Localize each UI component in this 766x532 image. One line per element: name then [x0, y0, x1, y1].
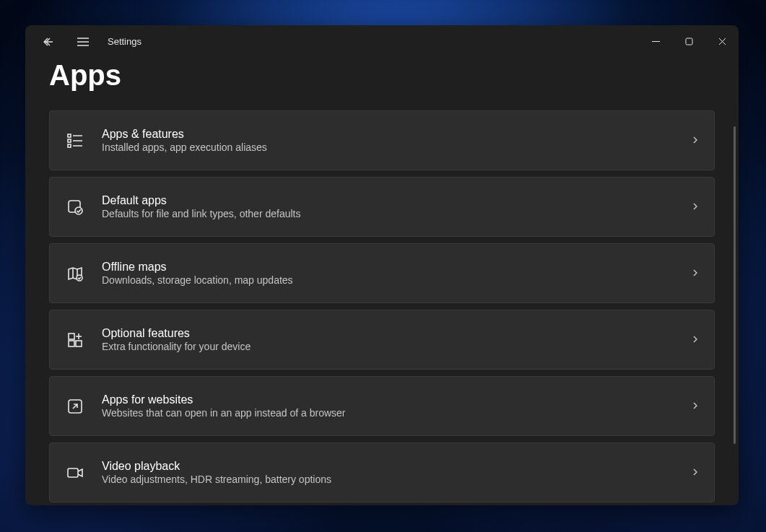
apps-websites-icon	[64, 396, 86, 417]
item-video-playback[interactable]: Video playback Video adjustments, HDR st…	[49, 442, 715, 502]
default-apps-icon	[64, 196, 86, 218]
navigation-menu-button[interactable]	[69, 27, 97, 56]
page-content: Apps Apps & features Installed apps, app…	[25, 58, 739, 505]
item-subtitle: Downloads, storage location, map updates	[102, 274, 691, 286]
item-title: Apps & features	[102, 128, 691, 141]
item-subtitle: Video adjustments, HDR streaming, batter…	[102, 474, 691, 485]
scrollbar[interactable]	[734, 126, 736, 444]
item-optional-features[interactable]: Optional features Extra functionality fo…	[49, 310, 715, 370]
svg-rect-7	[68, 134, 71, 137]
settings-items-list: Apps & features Installed apps, app exec…	[49, 110, 715, 502]
optional-features-icon	[64, 329, 86, 351]
titlebar: Settings	[25, 25, 739, 58]
item-title: Apps for websites	[102, 393, 691, 406]
item-offline-maps[interactable]: Offline maps Downloads, storage location…	[49, 243, 715, 303]
back-button[interactable]	[34, 27, 63, 56]
chevron-right-icon	[691, 333, 700, 346]
hamburger-icon	[77, 37, 90, 47]
item-apps-and-features[interactable]: Apps & features Installed apps, app exec…	[49, 110, 715, 170]
item-default-apps[interactable]: Default apps Defaults for file and link …	[49, 177, 715, 237]
chevron-right-icon	[691, 267, 700, 280]
settings-window: Settings Apps	[25, 25, 739, 505]
item-subtitle: Installed apps, app execution aliases	[102, 141, 691, 153]
minimize-button[interactable]	[639, 29, 672, 55]
svg-rect-9	[68, 139, 71, 142]
minimize-icon	[652, 38, 660, 45]
svg-point-14	[75, 207, 82, 214]
close-button[interactable]	[705, 29, 739, 55]
item-subtitle: Extra functionality for your device	[102, 341, 691, 352]
maximize-button[interactable]	[672, 29, 705, 55]
item-subtitle: Defaults for file and link types, other …	[102, 208, 691, 219]
close-icon	[718, 38, 726, 45]
item-title: Default apps	[102, 194, 691, 207]
svg-rect-19	[69, 341, 74, 346]
item-title: Offline maps	[102, 261, 691, 274]
svg-rect-4	[686, 38, 692, 45]
apps-list-icon	[64, 130, 86, 152]
map-icon	[64, 263, 86, 284]
svg-rect-20	[76, 341, 82, 346]
page-title: Apps	[49, 59, 715, 92]
item-apps-for-websites[interactable]: Apps for websites Websites that can open…	[49, 376, 715, 436]
app-title: Settings	[108, 36, 142, 47]
chevron-right-icon	[691, 201, 700, 214]
svg-rect-11	[68, 144, 71, 147]
chevron-right-icon	[691, 134, 700, 147]
back-arrow-icon	[43, 36, 54, 48]
item-subtitle: Websites that can open in an app instead…	[102, 407, 691, 419]
chevron-right-icon	[691, 466, 700, 479]
svg-rect-24	[68, 468, 78, 477]
svg-rect-18	[69, 333, 74, 339]
item-title: Optional features	[102, 327, 691, 340]
window-controls	[639, 29, 739, 55]
titlebar-left: Settings	[34, 27, 142, 56]
video-icon	[64, 462, 86, 484]
chevron-right-icon	[691, 400, 700, 413]
maximize-icon	[685, 38, 693, 45]
item-title: Video playback	[102, 460, 691, 473]
